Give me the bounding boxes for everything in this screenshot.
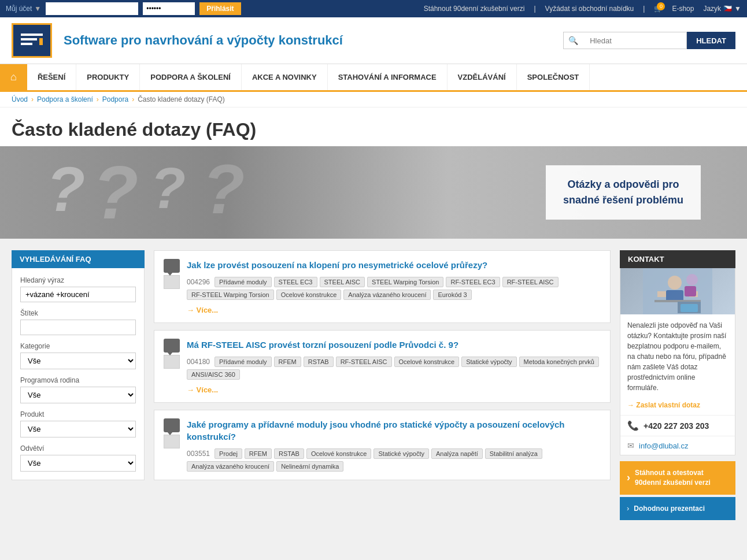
tag-steel-warping-torsion[interactable]: STEEL Warping Torsion <box>367 277 443 287</box>
faq-header-1: Jak lze provést posouzení na klopení pro… <box>164 259 601 314</box>
tag-analyza-vazaneho-krouceni-3[interactable]: Analýza vázaného kroucení <box>187 461 274 472</box>
svg-rect-3 <box>21 43 32 45</box>
contact-send-link[interactable]: → Zaslat vlastní dotaz <box>620 399 735 415</box>
download-trial-link[interactable]: Stáhnout 90denní zkušební verzi <box>424 5 525 13</box>
phone-number: +420 227 203 203 <box>644 421 709 431</box>
breadcrumb-podpora-skoleni[interactable]: Podpora a školení <box>37 95 93 103</box>
tag-rf-steel-warping-torsion[interactable]: RF-STEEL Warping Torsion <box>187 290 274 300</box>
lang-dropdown-icon: ▼ <box>734 5 741 13</box>
faq-icon-3 <box>164 418 180 448</box>
industry-label: Odvětví <box>20 444 136 453</box>
faq-more-1[interactable]: → Více... <box>187 306 601 314</box>
tag-ansi-aisc-360[interactable]: ANSI/AISC 360 <box>187 369 240 380</box>
category-select[interactable]: Vše <box>20 353 136 369</box>
category-label: Kategorie <box>20 342 136 350</box>
logo-image <box>12 23 52 58</box>
tag-nelinearni-dynamika[interactable]: Nelineární dynamika <box>276 461 343 472</box>
breadcrumb-home[interactable]: Úvod <box>12 95 28 103</box>
tag-steel-aisc[interactable]: STEEL AISC <box>320 277 365 287</box>
tag-metoda-konecnych-prvku[interactable]: Metoda konečných prvků <box>519 357 599 367</box>
program-select[interactable]: Vše <box>20 387 136 403</box>
faq-title-1[interactable]: Jak lze provést posouzení na klopení pro… <box>187 259 601 271</box>
contact-body: Nenalezli jste odpověď na Vaši otázku? K… <box>620 268 735 455</box>
faq-more-2[interactable]: → Více... <box>187 385 601 394</box>
tag-rfem-2[interactable]: RFEM <box>274 357 301 367</box>
tagline: Software pro navrhování a výpočty konstr… <box>58 33 343 48</box>
tag-stabilitni-analyza[interactable]: Stabilitní analýza <box>485 448 542 459</box>
demo-button[interactable]: › Dohodnou prezentaci <box>620 497 735 521</box>
tag-pridavne-moduly-1[interactable]: Přídavné moduly <box>215 277 272 287</box>
phone-icon: 📞 <box>627 420 639 431</box>
comment-icon-1 <box>164 259 180 273</box>
search-input[interactable] <box>583 32 687 49</box>
tag-rf-steel-ec3[interactable]: RF-STEEL EC3 <box>446 277 500 287</box>
eshop-cart[interactable]: 🛒 0 <box>654 5 663 13</box>
tag-eurokod-3[interactable]: Eurokód 3 <box>433 290 471 300</box>
contact-image <box>620 268 735 314</box>
dropdown-icon[interactable]: ▼ <box>34 5 41 13</box>
faq-title-2[interactable]: Má RF-STEEL AISC provést torzní posouzen… <box>187 339 601 351</box>
tag-steel-ec3[interactable]: STEEL EC3 <box>274 277 317 287</box>
faq-icon-2 <box>164 339 180 369</box>
tag-rstab-3[interactable]: RSTAB <box>274 448 304 459</box>
search-button[interactable]: HLEDAT <box>687 32 735 49</box>
faq-header-2: Má RF-STEEL AISC provést torzní posouzen… <box>164 339 601 394</box>
contact-illustration <box>643 268 712 314</box>
logo[interactable]: Software pro navrhování a výpočty konstr… <box>12 23 343 58</box>
tag-rf-steel-aisc-2[interactable]: RF-STEEL AISC <box>336 357 392 367</box>
main-layout: VYHLEDÁVÁNÍ FAQ Hledaný výraz Štítek Kat… <box>0 250 747 532</box>
nav-item-spolecnost[interactable]: SPOLEČNOST <box>517 64 590 90</box>
tag-pridavne-moduly-2[interactable]: Přídavné moduly <box>215 357 272 367</box>
email-input[interactable]: martinec.robert@gmail <box>46 2 138 15</box>
nav-item-akce[interactable]: AKCE A NOVINKY <box>242 64 328 90</box>
contact-title: KONTAKT <box>620 250 735 268</box>
home-nav-button[interactable]: ⌂ <box>0 64 27 90</box>
sidebar: VYHLEDÁVÁNÍ FAQ Hledaný výraz Štítek Kat… <box>12 250 145 480</box>
program-label: Programová rodina <box>20 376 136 384</box>
download-trial-button[interactable]: › Stáhnout a otestovat 90denní zkušební … <box>620 461 735 495</box>
faq-meta-3: 003551 Prodej RFEM RSTAB Ocelové konstru… <box>187 448 601 472</box>
tag-rstab-2[interactable]: RSTAB <box>304 357 334 367</box>
language-selector[interactable]: Jazyk 🇨🇿 ▼ <box>703 5 741 13</box>
tag-rf-steel-aisc[interactable]: RF-STEEL AISC <box>502 277 559 287</box>
tag-staticke-vypocty-2[interactable]: Statické výpočty <box>461 357 516 367</box>
tag-analyza-vazaneho-krouceni-1[interactable]: Analýza vázaného kroucení <box>343 290 431 300</box>
page-title: Často kladené dotazy (FAQ) <box>12 119 735 140</box>
breadcrumb-podpora[interactable]: Podpora <box>102 95 128 103</box>
tag-ocelove-konstrukce-2[interactable]: Ocelové konstrukce <box>394 357 460 367</box>
tag-staticke-vypocty-3[interactable]: Statické výpočty <box>374 448 428 459</box>
search-term-input[interactable] <box>20 287 136 302</box>
hero-text-box: Otázky a odpovědi prosnadné řešení probl… <box>546 165 701 220</box>
sidebar-title: VYHLEDÁVÁNÍ FAQ <box>12 250 145 268</box>
login-button[interactable]: Přihlásit <box>199 2 241 15</box>
tag-prodej[interactable]: Prodej <box>215 448 242 459</box>
faq-meta-1: 004296 Přídavné moduly STEEL EC3 STEEL A… <box>187 277 601 300</box>
password-input[interactable] <box>143 2 195 15</box>
breadcrumb-current: Často kladené dotazy (FAQ) <box>138 95 225 103</box>
faq-thumbnail-3 <box>164 435 180 448</box>
header: Software pro navrhování a výpočty konstr… <box>0 17 747 64</box>
faq-icon-1 <box>164 259 180 289</box>
download-btn-text: Stáhnout a otestovat 90denní zkušební ve… <box>635 468 711 488</box>
tag-ocelove-konstrukce-1[interactable]: Ocelové konstrukce <box>276 290 342 300</box>
eshop-label[interactable]: E-shop <box>672 5 694 13</box>
faq-thumbnail-2 <box>164 355 180 369</box>
contact-email[interactable]: ✉ info@dlubal.cz <box>620 436 735 455</box>
tag-input[interactable] <box>20 320 136 335</box>
tag-rfem-3[interactable]: RFEM <box>245 448 272 459</box>
tag-ocelove-konstrukce-3[interactable]: Ocelové konstrukce <box>306 448 372 459</box>
nav-item-vzdelavani[interactable]: VZDĚLÁVÁNÍ <box>448 64 517 90</box>
request-offer-link[interactable]: Vyžádat si obchodní nabídku <box>545 5 634 13</box>
nav-item-produkty[interactable]: PRODUKTY <box>76 64 140 90</box>
flag-icon: 🇨🇿 <box>723 5 732 13</box>
nav-item-stahovani[interactable]: STAHOVÁNÍ A INFORMACE <box>328 64 448 90</box>
industry-select[interactable]: Vše <box>20 455 136 472</box>
faq-title-3[interactable]: Jaké programy a přídavné moduly jsou vho… <box>187 418 601 443</box>
nav-item-reseni[interactable]: ŘEŠENÍ <box>27 64 76 90</box>
cart-badge: 0 <box>657 2 665 10</box>
nav-item-podpora[interactable]: PODPORA A ŠKOLENÍ <box>140 64 242 90</box>
comment-icon-2 <box>164 339 180 353</box>
tag-analyza-napeti[interactable]: Analýza napětí <box>431 448 483 459</box>
product-select[interactable]: Vše <box>20 421 136 437</box>
top-links: Stáhnout 90denní zkušební verzi | Vyžáda… <box>424 5 741 13</box>
